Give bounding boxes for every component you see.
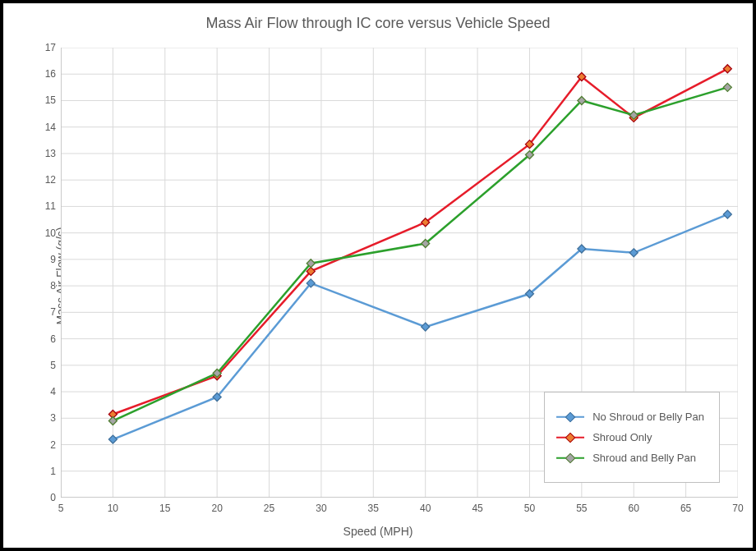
x-tick-label: 55 [576,498,587,514]
legend-label: Shroud and Belly Pan [592,452,696,464]
svg-marker-37 [422,323,430,331]
y-tick-label: 16 [45,68,61,80]
svg-marker-57 [723,83,731,91]
x-tick-label: 35 [368,498,379,514]
y-tick-label: 4 [50,386,61,397]
x-tick-label: 45 [472,498,482,514]
legend-item: Shroud Only [556,431,704,443]
svg-marker-34 [108,435,117,443]
y-tick-label: 15 [45,94,61,106]
x-axis-label: Speed (MPH) [3,525,753,538]
x-tick-label: 60 [629,498,639,514]
legend-swatch [556,412,584,422]
y-tick-label: 5 [50,360,61,371]
y-tick-label: 9 [50,254,61,265]
x-tick-label: 10 [108,498,118,514]
x-tick-label: 70 [732,498,743,514]
y-tick-label: 1 [50,466,61,477]
y-tick-label: 3 [50,412,61,424]
y-tick-label: 8 [50,280,61,292]
x-tick-label: 30 [316,498,326,514]
legend-item: No Shroud or Belly Pan [556,411,704,423]
x-tick-label: 20 [211,498,222,514]
x-tick-label: 65 [680,498,691,514]
chart-frame: Mass Air Flow through IC core versus Veh… [0,0,756,551]
y-tick-label: 10 [45,227,61,239]
y-tick-label: 7 [50,306,61,318]
svg-marker-49 [723,65,731,73]
y-tick-label: 2 [50,439,61,451]
legend-swatch [556,433,584,443]
plot-area: No Shroud or Belly PanShroud OnlyShroud … [61,48,738,498]
y-tick-label: 6 [50,333,61,345]
y-tick-label: 17 [45,42,61,53]
y-tick-label: 11 [45,200,61,212]
legend-item: Shroud and Belly Pan [556,452,704,464]
y-tick-label: 14 [45,122,61,133]
legend: No Shroud or Belly PanShroud OnlyShroud … [544,392,720,483]
x-tick-label: 50 [524,498,535,514]
chart-title: Mass Air Flow through IC core versus Veh… [3,15,753,32]
x-tick-label: 15 [159,498,170,514]
y-tick-label: 12 [45,174,61,186]
x-tick-label: 40 [420,498,431,514]
svg-marker-40 [629,249,638,257]
svg-marker-41 [723,210,731,218]
y-tick-label: 13 [45,148,61,159]
legend-label: No Shroud or Belly Pan [592,411,704,423]
y-tick-label: 0 [50,492,61,503]
x-tick-label: 25 [264,498,274,514]
legend-label: Shroud Only [592,431,652,443]
legend-swatch [556,453,584,463]
